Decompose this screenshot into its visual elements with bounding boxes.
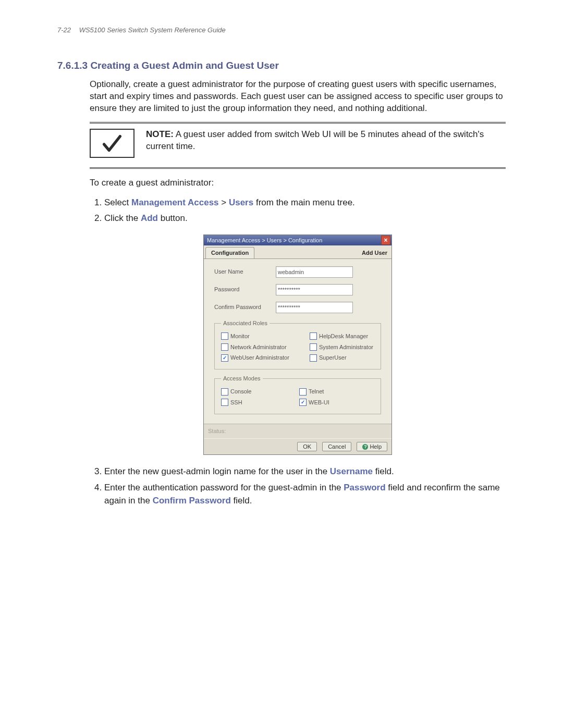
tab-configuration[interactable]: Configuration (205, 247, 254, 258)
note-label: NOTE: (146, 129, 174, 139)
step-list-cont: Enter the new guest-admin login name for… (90, 465, 506, 507)
keyword-confirm-password: Confirm Password (153, 496, 231, 505)
checkmark-icon (90, 129, 134, 158)
cancel-button[interactable]: Cancel (322, 442, 351, 452)
help-button[interactable]: ?Help (357, 442, 387, 452)
keyword-users: Users (229, 198, 253, 207)
password-input[interactable] (276, 284, 353, 295)
divider (90, 167, 506, 169)
help-icon: ? (362, 444, 368, 450)
checkbox-network-administrator[interactable]: Network Administrator (221, 343, 310, 351)
ok-button[interactable]: OK (297, 442, 317, 452)
checkbox-helpdesk-manager[interactable]: HelpDesk Manager (310, 332, 368, 340)
label-password: Password (214, 286, 271, 293)
access-modes-legend: Access Modes (221, 375, 263, 382)
note-text: NOTE: A guest user added from switch Web… (146, 129, 506, 153)
page-number: 7-22 (57, 26, 71, 34)
checkbox-superuser[interactable]: SuperUser (310, 354, 347, 362)
checkbox-webuser-administrator[interactable]: WebUser Administrator (221, 354, 310, 362)
add-user-dialog: Management Access > Users > Configuratio… (203, 235, 392, 455)
intro-paragraph: Optionally, create a guest administrator… (90, 79, 506, 115)
checkbox-console[interactable]: Console (221, 388, 299, 396)
keyword-add: Add (141, 213, 158, 223)
keyword-management-access: Management Access (131, 198, 219, 207)
dialog-button-row: OK Cancel ?Help (204, 438, 391, 455)
roles-legend: Associated Roles (221, 319, 270, 327)
doc-title: WS5100 Series Switch System Reference Gu… (79, 26, 226, 34)
step-3: Enter the new guest-admin login name for… (104, 465, 506, 478)
running-header: 7-22 WS5100 Series Switch System Referen… (57, 26, 506, 34)
keyword-password: Password (344, 483, 385, 492)
associated-roles-group: Associated Roles Monitor HelpDesk Manage… (214, 319, 381, 369)
checkbox-system-administrator[interactable]: System Administrator (310, 343, 373, 351)
note-body: A guest user added from switch Web UI wi… (146, 129, 484, 151)
document-page: 7-22 WS5100 Series Switch System Referen… (0, 0, 563, 541)
step-4: Enter the authentication password for th… (104, 482, 506, 507)
dialog-tabbar: Configuration Add User (204, 245, 391, 259)
dialog-breadcrumb: Management Access > Users > Configuratio… (207, 237, 381, 244)
label-username: User Name (214, 268, 271, 276)
note-box: NOTE: A guest user added from switch Web… (90, 127, 506, 160)
section-title: Creating a Guest Admin and Guest User (90, 60, 278, 71)
checkbox-telnet[interactable]: Telnet (299, 388, 324, 396)
dialog-titlebar: Management Access > Users > Configuratio… (204, 235, 391, 245)
divider (90, 122, 506, 124)
access-modes-group: Access Modes Console Telnet SSH WEB-UI (214, 375, 381, 414)
step-list: Select Management Access > Users from th… (90, 196, 506, 225)
confirm-password-input[interactable] (276, 302, 353, 313)
username-input[interactable] (276, 266, 353, 278)
dialog-body: User Name Password Confirm Password Asso… (204, 259, 391, 424)
checkbox-monitor[interactable]: Monitor (221, 332, 310, 340)
checkbox-ssh[interactable]: SSH (221, 399, 299, 406)
section-heading: 7.6.1.3 Creating a Guest Admin and Guest… (57, 60, 506, 71)
close-icon[interactable]: × (381, 236, 390, 245)
keyword-username: Username (330, 466, 373, 476)
step-2: Click the Add button. (104, 212, 506, 225)
section-number: 7.6.1.3 (57, 60, 88, 71)
dialog-subtitle: Add User (362, 249, 387, 258)
checkbox-web-ui[interactable]: WEB-UI (299, 399, 329, 406)
label-confirm-password: Confirm Password (214, 303, 271, 311)
step-1: Select Management Access > Users from th… (104, 196, 506, 209)
lead-in: To create a guest administrator: (90, 177, 506, 189)
status-bar: Status: (204, 424, 391, 438)
